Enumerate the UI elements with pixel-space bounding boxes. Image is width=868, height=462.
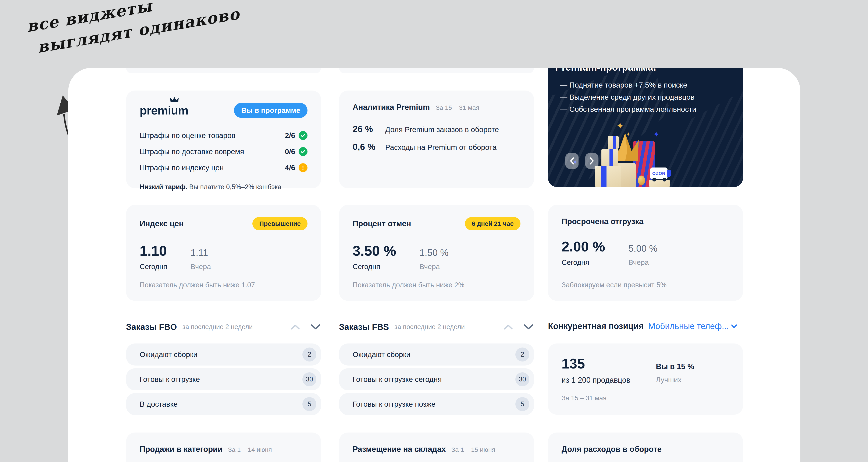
cutoff-card-stub [126,68,321,74]
order-list-item[interactable]: Ожидают сборки 2 [126,344,321,366]
card-footer-note: Заблокируем если превысит 5% [562,281,666,289]
order-count-badge: 2 [516,347,529,362]
premium-membership-badge: Вы в программе [234,103,308,118]
sparkle-icon: ✦ [616,121,624,131]
section-period: за последние 2 недели [394,323,465,331]
banner-next-button[interactable] [585,153,598,169]
fbs-order-list: Ожидают сборки 2 Готовы к отгрузке сегод… [339,344,534,415]
card-period: За 15 – 31 мая [436,104,479,111]
gift-box-illustration [601,149,618,167]
check-circle-icon [299,131,308,140]
today-label: Сегодня [140,262,167,271]
today-metric: 3.50 % Сегодня [352,244,396,271]
late-shipment-card: Просрочена отгрузка 2.00 % Сегодня 5.00 … [548,205,743,301]
yesterday-label: Вчера [628,258,657,266]
yesterday-value: 5.00 % [628,243,657,254]
competitive-section-header: Конкурентная позиция Мобильные телеф... [548,321,737,331]
yesterday-label: Вчера [420,262,448,271]
order-list-item[interactable]: Готовы к отгрузке сегодня 30 [339,368,534,390]
card-footer-note: Показатель должен быть ниже 2% [352,281,465,289]
order-list-item[interactable]: Готовы к отгрузке 30 [126,368,321,390]
ozon-truck-illustration: OZON [650,168,668,179]
penalty-row: Штрафы по индексу цен 4/6 ! [140,163,308,172]
today-label: Сегодня [562,258,605,266]
cutoff-card-stub [339,68,534,74]
order-list-item[interactable]: Ожидают сборки 2 [339,344,534,366]
order-count-badge: 5 [302,397,316,411]
order-item-label: Ожидают сборки [352,350,410,359]
status-badge: Превышение [252,217,308,230]
premium-promo-banner: Premium-программа! — Поднятие товаров +7… [548,68,743,187]
premium-logo: premium [140,104,188,117]
metric-row: 26 % Доля Premium заказов в обороте [352,124,521,134]
truck-wheel [662,178,666,181]
card-title: Просрочена отгрузка [562,217,643,226]
rank-block: 135 из 1 200 продавцов [562,357,630,385]
dashboard-screen: все виджеты выглядят одинаково Premium-п… [0,0,868,462]
penalty-label: Штрафы по доставке вовремя [140,147,244,156]
competitive-position-card: 135 из 1 200 продавцов Вы в 15 % Лучших … [548,344,743,415]
order-list-item[interactable]: Готовы к отгрузке позже 5 [339,393,534,415]
cancel-rate-card: Процент отмен 6 дней 21 час 3.50 % Сегод… [339,205,534,301]
today-value: 3.50 % [352,244,396,258]
card-period: За 1 – 15 июня [452,446,495,453]
metric-value: 0,6 % [352,142,378,152]
today-metric: 2.00 % Сегодня [562,239,605,266]
premium-status-card: premium Вы в программе Штрафы по оценке … [126,90,321,188]
penalty-label: Штрафы по оценке товаров [140,131,236,140]
sparkle-icon: ✦ [653,131,659,138]
penalty-row: Штрафы по оценке товаров 2/6 [140,131,308,140]
order-item-label: Готовы к отгрузке позже [352,400,435,408]
card-title: Продажи в категории [140,445,222,454]
share-block: Вы в 15 % Лучших [656,357,694,385]
penalty-value: 4/6 [285,164,295,172]
status-badge: 6 дней 21 час [465,217,521,230]
premium-logo-text: premi [140,104,171,117]
chevron-down-icon [731,324,737,328]
card-title: Аналитика Premium [352,103,430,112]
order-count-badge: 5 [516,397,529,411]
card-title: Доля расходов в обороте [562,445,661,454]
yesterday-metric: 5.00 % Вчера [628,243,657,266]
order-count-badge: 2 [302,347,316,362]
chevron-up-icon [503,324,513,330]
card-title: Размещение на складах [352,445,446,454]
chevron-right-icon [589,157,594,165]
fbs-collapse-button[interactable] [503,321,514,333]
card-title: Процент отмен [352,219,411,228]
cost-share-card: Доля расходов в обороте [548,433,743,462]
premium-tariff-note: Низкий тариф. Вы платите 0,5%–2% кэшбэка [140,183,308,191]
banner-benefit: — Поднятие товаров +7.5% в поиске [560,79,696,91]
penalty-value: 0/6 [285,147,295,156]
banner-benefit: — Выделение среди других продавцов [560,91,696,103]
gift-box-illustration [595,166,621,187]
order-list-item[interactable]: В доставке 5 [126,393,321,415]
handwritten-note: все виджеты выглядят одинаково [25,0,242,60]
fbo-expand-button[interactable] [310,321,321,333]
fbo-collapse-button[interactable] [290,321,301,333]
fbs-expand-button[interactable] [523,321,534,333]
share-subtitle: Лучших [656,376,694,384]
banner-prev-button[interactable] [565,153,579,169]
card-footer-note: Показатель должен быть ниже 1.07 [140,281,255,289]
check-circle-icon [299,147,308,156]
banner-benefits-list: — Поднятие товаров +7.5% в поиске — Выде… [560,79,696,115]
penalty-row: Штрафы по доставке вовремя 0/6 [140,147,308,156]
warning-circle-icon: ! [299,163,308,172]
dashboard-panel: Premium-программа! — Поднятие товаров +7… [68,68,800,462]
category-dropdown[interactable]: Мобильные телеф... [648,321,737,331]
pedestal-block-illustration [649,180,670,187]
metric-label: Расходы на Premium от оборота [385,143,497,152]
metric-row: 0,6 % Расходы на Premium от оборота [352,142,521,152]
fbs-section-header: Заказы FBS за последние 2 недели [339,321,534,333]
order-item-label: Готовы к отгрузке сегодня [352,375,442,383]
rank-subtitle: из 1 200 продавцов [562,376,630,385]
today-value: 2.00 % [562,239,605,254]
fbo-order-list: Ожидают сборки 2 Готовы к отгрузке 30 В … [126,344,321,415]
premium-logo-u: u [171,104,178,117]
truck-wheel [652,178,656,181]
banner-title: Premium-программа! [555,68,656,73]
section-period: за последние 2 недели [182,323,253,331]
today-label: Сегодня [352,262,396,271]
category-sales-card: Продажи в категории За 1 – 14 июня [126,433,321,462]
